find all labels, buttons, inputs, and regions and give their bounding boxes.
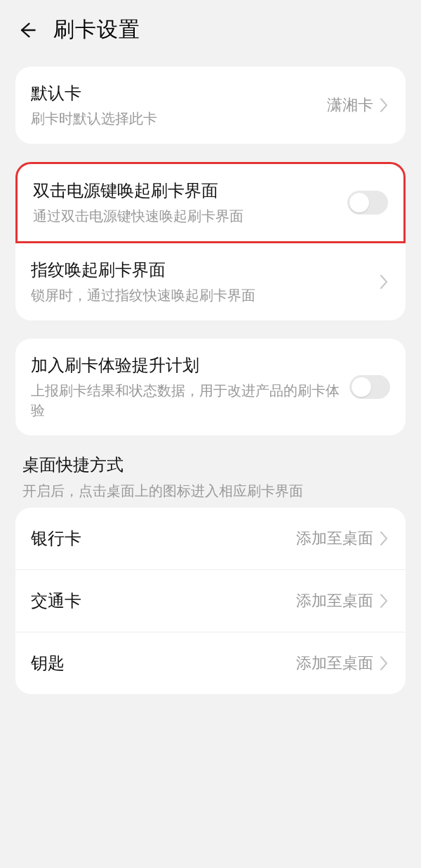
power-double-click-subtitle: 通过双击电源键快速唤起刷卡界面 [33,206,347,226]
fingerprint-title: 指纹唤起刷卡界面 [31,259,377,281]
experience-plan-subtitle: 上报刷卡结果和状态数据，用于改进产品的刷卡体验 [31,381,349,420]
power-double-click-toggle[interactable] [347,191,388,215]
experience-plan-toggle[interactable] [349,375,390,399]
row-text: 双击电源键唤起刷卡界面 通过双击电源键快速唤起刷卡界面 [33,179,347,226]
default-card-subtitle: 刷卡时默认选择此卡 [31,109,327,128]
back-button[interactable] [15,19,38,41]
shortcuts-section-subtitle: 开启后，点击桌面上的图标进入相应刷卡界面 [22,482,399,501]
row-text: 默认卡 刷卡时默认选择此卡 [31,82,327,128]
shortcut-row-key[interactable]: 钥匙 添加至桌面 [15,632,406,694]
row-text: 加入刷卡体验提升计划 上报刷卡结果和状态数据，用于改进产品的刷卡体验 [31,354,349,420]
default-card-value: 潇湘卡 [327,95,373,116]
default-card-row[interactable]: 默认卡 刷卡时默认选择此卡 潇湘卡 [15,67,406,144]
shortcut-label: 银行卡 [31,527,296,550]
power-double-click-title: 双击电源键唤起刷卡界面 [33,179,347,202]
shortcuts-card: 银行卡 添加至桌面 交通卡 添加至桌面 钥匙 添加至桌面 [15,508,406,694]
power-double-click-section: 双击电源键唤起刷卡界面 通过双击电源键快速唤起刷卡界面 [15,162,406,243]
fingerprint-section: 指纹唤起刷卡界面 锁屏时，通过指纹快速唤起刷卡界面 [15,243,406,320]
experience-plan-section: 加入刷卡体验提升计划 上报刷卡结果和状态数据，用于改进产品的刷卡体验 [15,339,406,435]
shortcut-action: 添加至桌面 [296,528,373,549]
toggle-knob [352,377,371,397]
chevron-right-icon [377,274,390,290]
arrow-left-icon [17,20,36,40]
page-title: 刷卡设置 [53,15,140,44]
shortcut-row-bank[interactable]: 银行卡 添加至桌面 [15,508,406,569]
row-text: 指纹唤起刷卡界面 锁屏时，通过指纹快速唤起刷卡界面 [31,259,377,305]
shortcut-label: 钥匙 [31,652,296,674]
header: 刷卡设置 [0,0,421,60]
toggle-knob [349,193,369,212]
chevron-right-icon [377,593,390,609]
fingerprint-row[interactable]: 指纹唤起刷卡界面 锁屏时，通过指纹快速唤起刷卡界面 [15,243,406,320]
chevron-right-icon [377,97,390,113]
shortcut-action: 添加至桌面 [296,653,373,674]
fingerprint-subtitle: 锁屏时，通过指纹快速唤起刷卡界面 [31,285,377,305]
shortcut-action: 添加至桌面 [296,590,373,611]
shortcut-row-transit[interactable]: 交通卡 添加至桌面 [15,569,406,632]
shortcuts-section-header: 桌面快捷方式 开启后，点击桌面上的图标进入相应刷卡界面 [22,454,399,501]
shortcut-label: 交通卡 [31,590,296,612]
power-double-click-row[interactable]: 双击电源键唤起刷卡界面 通过双击电源键快速唤起刷卡界面 [18,164,403,241]
chevron-right-icon [377,656,390,671]
experience-plan-row[interactable]: 加入刷卡体验提升计划 上报刷卡结果和状态数据，用于改进产品的刷卡体验 [15,339,406,435]
shortcuts-section-title: 桌面快捷方式 [22,454,399,476]
chevron-right-icon [377,531,390,546]
default-card-section: 默认卡 刷卡时默认选择此卡 潇湘卡 [15,67,406,144]
experience-plan-title: 加入刷卡体验提升计划 [31,354,349,377]
default-card-title: 默认卡 [31,82,327,104]
